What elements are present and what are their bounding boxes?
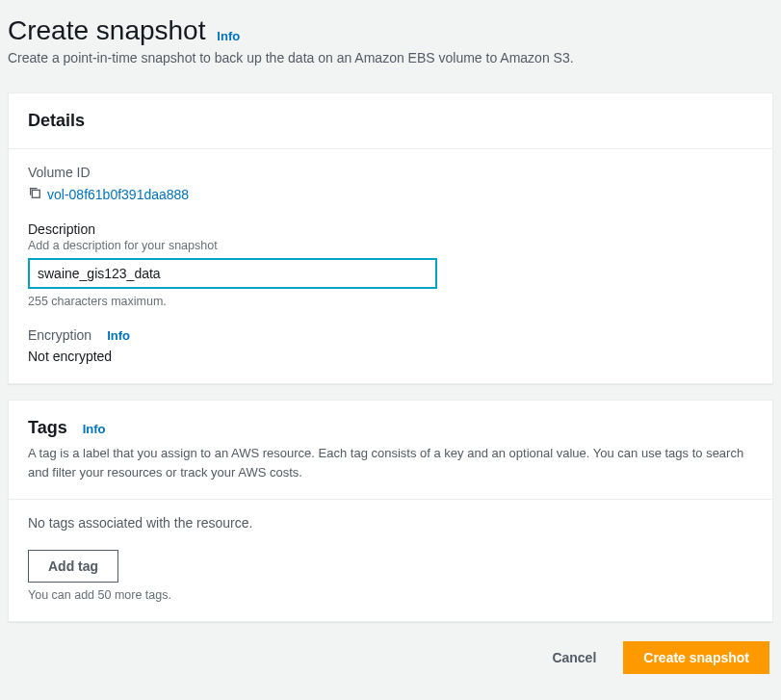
description-label: Description xyxy=(28,221,753,237)
encryption-field: Encryption Info Not encrypted xyxy=(28,327,753,364)
page-title: Create snapshot xyxy=(8,15,205,46)
svg-rect-0 xyxy=(32,190,39,197)
footer-actions: Cancel Create snapshot xyxy=(8,641,773,674)
description-field: Description Add a description for your s… xyxy=(28,221,753,308)
tags-info-link[interactable]: Info xyxy=(83,422,106,436)
details-panel-header: Details xyxy=(9,93,772,149)
cancel-button[interactable]: Cancel xyxy=(540,642,608,673)
volume-id-link[interactable]: vol-08f61b0f391daa888 xyxy=(47,187,189,202)
details-panel: Details Volume ID vol-08f61b0f391daa888 … xyxy=(8,92,773,384)
encryption-value: Not encrypted xyxy=(28,349,753,364)
description-hint: Add a description for your snapshot xyxy=(28,239,753,252)
copy-icon[interactable] xyxy=(28,186,41,202)
tags-panel-body: No tags associated with the resource. Ad… xyxy=(9,500,772,621)
description-help: 255 characters maximum. xyxy=(28,295,753,308)
tags-empty-text: No tags associated with the resource. xyxy=(28,515,753,531)
details-panel-title: Details xyxy=(28,111,85,131)
volume-id-label: Volume ID xyxy=(28,165,753,180)
encryption-label: Encryption xyxy=(28,327,91,343)
tags-panel-title: Tags xyxy=(28,418,67,438)
page-header: Create snapshot Info Create a point-in-t… xyxy=(8,8,773,77)
add-tag-button[interactable]: Add tag xyxy=(28,550,118,583)
details-panel-body: Volume ID vol-08f61b0f391daa888 Descript… xyxy=(9,149,772,383)
tags-limit-help: You can add 50 more tags. xyxy=(28,588,753,602)
volume-id-field: Volume ID vol-08f61b0f391daa888 xyxy=(28,165,753,202)
page-subtitle: Create a point-in-time snapshot to back … xyxy=(8,50,773,65)
description-input[interactable] xyxy=(28,258,437,289)
create-snapshot-button[interactable]: Create snapshot xyxy=(623,641,769,674)
tags-panel-desc: A tag is a label that you assign to an A… xyxy=(28,444,753,481)
encryption-info-link[interactable]: Info xyxy=(107,328,130,343)
page-info-link[interactable]: Info xyxy=(217,29,240,43)
tags-panel: Tags Info A tag is a label that you assi… xyxy=(8,400,773,622)
tags-panel-header: Tags Info A tag is a label that you assi… xyxy=(9,401,772,500)
